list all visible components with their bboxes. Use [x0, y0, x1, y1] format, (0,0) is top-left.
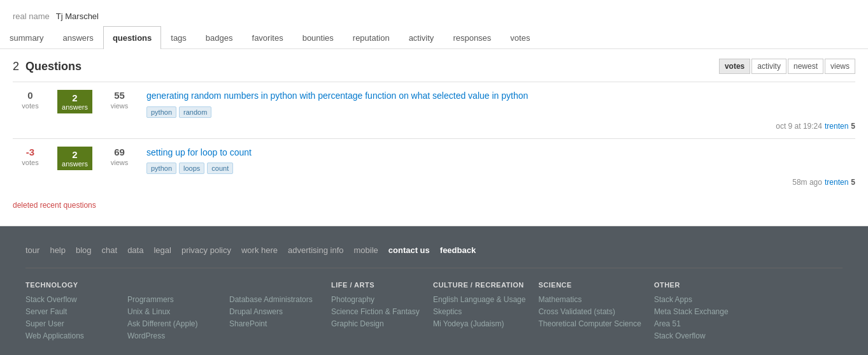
footer-col-link[interactable]: Super User: [25, 319, 115, 328]
real-name-value: Tj Marschel: [56, 11, 99, 21]
tab-bounties[interactable]: bounties: [293, 26, 343, 49]
q-meta-user[interactable]: trenten: [825, 122, 848, 131]
footer-nav-link[interactable]: legal: [153, 245, 171, 255]
footer-col-link[interactable]: Mathematics: [538, 295, 641, 304]
sort-btn-views[interactable]: views: [825, 59, 855, 74]
q-title[interactable]: setting up for loop to count: [146, 147, 855, 159]
sort-btn-newest[interactable]: newest: [788, 59, 823, 74]
footer-col-link[interactable]: Science Fiction & Fantasy: [331, 307, 420, 316]
q-answers-label: answers: [61, 160, 89, 168]
footer-col-header-empty: [127, 281, 217, 289]
footer-col-link[interactable]: Area 51: [654, 319, 743, 328]
tab-tags[interactable]: tags: [161, 26, 196, 49]
footer-nav-link[interactable]: work here: [241, 245, 278, 255]
q-votes-num: 0: [27, 90, 32, 101]
footer-col-link[interactable]: English Language & Usage: [433, 295, 525, 304]
footer-nav-link[interactable]: advertising info: [288, 245, 343, 255]
q-tag[interactable]: loops: [179, 163, 204, 174]
footer-col-link[interactable]: Skeptics: [433, 307, 525, 316]
footer-col-link[interactable]: Stack Overflow: [654, 331, 743, 340]
footer-col-link[interactable]: Stack Apps: [654, 295, 743, 304]
footer-col-header-empty: [229, 281, 318, 289]
footer-nav-link[interactable]: tour: [25, 245, 39, 255]
footer-col-link[interactable]: Unix & Linux: [127, 307, 217, 316]
q-tag[interactable]: python: [146, 106, 176, 118]
tab-questions[interactable]: questions: [103, 26, 161, 49]
footer-nav-link[interactable]: privacy policy: [181, 245, 231, 255]
q-meta: 58m ago trenten 5: [146, 178, 855, 187]
q-meta-user[interactable]: trenten: [825, 178, 848, 187]
tab-favorites[interactable]: favorites: [243, 26, 293, 49]
footer-col-link[interactable]: Stack Overflow: [25, 295, 115, 304]
footer-col-link[interactable]: Theoretical Computer Science: [538, 319, 641, 328]
footer-columns: TECHNOLOGYStack OverflowServer FaultSupe…: [25, 281, 843, 344]
footer-col-3: LIFE / ARTSPhotographyScience Fiction & …: [331, 281, 433, 344]
footer-nav: tourhelpblogchatdatalegalprivacy policyw…: [25, 239, 843, 268]
footer-col-link[interactable]: Drupal Answers: [229, 307, 318, 316]
tab-reputation[interactable]: reputation: [343, 26, 399, 49]
q-tag[interactable]: random: [179, 106, 211, 118]
q-tag[interactable]: python: [146, 163, 176, 174]
footer-col-2: Database AdministratorsDrupal AnswersSha…: [229, 281, 331, 344]
footer-nav-link[interactable]: feedback: [440, 245, 476, 255]
questions-header: 2 Questions votesactivitynewestviews: [13, 59, 855, 74]
profile-top: real name Tj Marschel: [0, 0, 868, 26]
footer-col-link[interactable]: Graphic Design: [331, 319, 420, 328]
q-votes-stat: -3 votes: [13, 147, 48, 166]
questions-count: 2: [13, 60, 19, 73]
tab-responses[interactable]: responses: [443, 26, 501, 49]
questions-title-text: Questions: [25, 60, 82, 73]
footer-col-link[interactable]: Meta Stack Exchange: [654, 307, 743, 316]
footer-col-link[interactable]: Photography: [331, 295, 420, 304]
sort-btn-activity[interactable]: activity: [751, 59, 786, 74]
footer-col-header: CULTURE / RECREATION: [433, 281, 525, 289]
tab-summary[interactable]: summary: [0, 26, 53, 49]
q-meta-rep: 5: [851, 178, 855, 187]
footer-col-link[interactable]: Programmers: [127, 295, 217, 304]
footer-col-header: LIFE / ARTS: [331, 281, 420, 289]
footer-col-6: OTHERStack AppsMeta Stack ExchangeArea 5…: [654, 281, 756, 344]
footer-col-link[interactable]: Database Administrators: [229, 295, 318, 304]
question-row-0: 0 votes 2 answers 55 views generating ra…: [13, 82, 855, 138]
footer-nav-link[interactable]: contact us: [388, 245, 430, 255]
tab-votes[interactable]: votes: [501, 26, 539, 49]
tab-badges[interactable]: badges: [196, 26, 243, 49]
footer-col-link[interactable]: Web Applications: [25, 331, 115, 340]
deleted-recent-questions-link[interactable]: deleted recent questions: [13, 194, 855, 216]
q-views-label: views: [111, 102, 129, 110]
q-votes-label: votes: [22, 159, 38, 166]
footer-col-link[interactable]: Mi Yodeya (Judaism): [433, 319, 525, 328]
q-tags: pythonrandom: [146, 106, 855, 118]
q-votes-num: -3: [26, 147, 34, 157]
q-meta-date: oct 9 at 19:24: [776, 122, 822, 131]
q-content: generating random numbers in python with…: [146, 90, 855, 131]
q-title[interactable]: generating random numbers in python with…: [146, 90, 855, 103]
q-answers-num: 2: [61, 92, 89, 103]
footer-col-link[interactable]: WordPress: [127, 331, 217, 340]
footer-col-header: SCIENCE: [538, 281, 641, 289]
q-answers-label: answers: [61, 103, 89, 111]
footer-col-header: OTHER: [654, 281, 743, 289]
real-name-row: real name Tj Marschel: [13, 6, 855, 26]
q-views-num: 55: [114, 90, 125, 101]
q-views-label: views: [111, 159, 129, 166]
footer-nav-link[interactable]: data: [127, 245, 143, 255]
footer-col-link[interactable]: Server Fault: [25, 307, 115, 316]
footer-nav-link[interactable]: mobile: [353, 245, 378, 255]
footer-nav-link[interactable]: chat: [102, 245, 118, 255]
q-views-stat: 55 views: [102, 90, 137, 110]
footer-nav-link[interactable]: blog: [76, 245, 92, 255]
q-meta-date: 58m ago: [792, 178, 822, 187]
questions-section: 2 Questions votesactivitynewestviews 0 v…: [0, 49, 868, 226]
q-tag[interactable]: count: [207, 163, 233, 174]
tab-activity[interactable]: activity: [399, 26, 444, 49]
footer-nav-link[interactable]: help: [50, 245, 66, 255]
q-views-stat: 69 views: [102, 147, 137, 166]
q-votes-label: votes: [22, 102, 38, 110]
tab-answers[interactable]: answers: [53, 26, 103, 49]
footer-col-link[interactable]: Ask Different (Apple): [127, 319, 217, 328]
q-answers-badge: 2 answers: [57, 147, 92, 170]
footer-col-link[interactable]: Cross Validated (stats): [538, 307, 641, 316]
footer-col-link[interactable]: SharePoint: [229, 319, 318, 328]
sort-btn-votes[interactable]: votes: [719, 59, 750, 74]
